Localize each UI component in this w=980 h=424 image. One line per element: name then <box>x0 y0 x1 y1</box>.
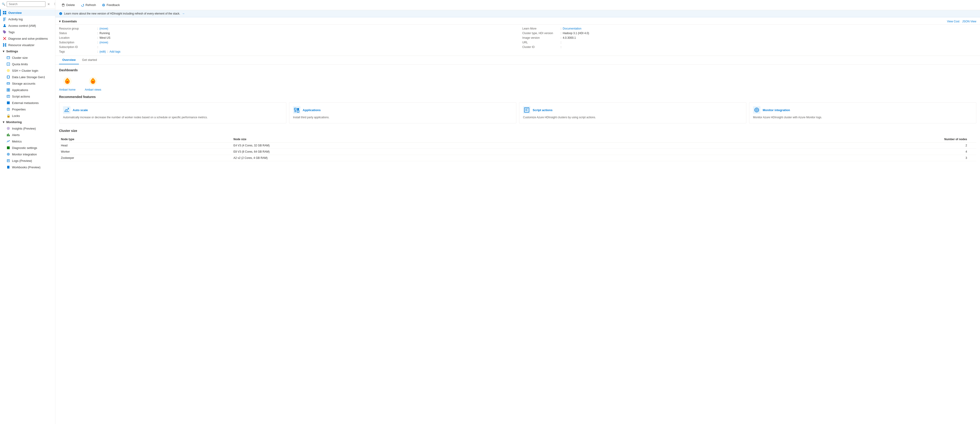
sidebar-item-ssh-cluster[interactable]: SSH + Cluster login <box>4 67 55 74</box>
svg-rect-2 <box>3 13 5 14</box>
rg-move-link[interactable]: (move) <box>99 27 108 30</box>
tags-edit-link[interactable]: (edit) <box>99 50 106 53</box>
sidebar-item-workbooks-preview-label: Workbooks (Preview) <box>12 165 40 169</box>
svg-rect-7 <box>3 21 5 21</box>
tags-add-link[interactable]: Add tags <box>110 50 121 53</box>
ambari-views-label[interactable]: Ambari views <box>85 88 101 91</box>
sidebar-item-access-control[interactable]: Access control (IAM) <box>0 22 55 29</box>
ambari-views-item[interactable]: Ambari views <box>85 76 101 91</box>
script-actions-feature-title[interactable]: Script actions <box>533 108 552 112</box>
essentials-title-text: Essentials <box>62 20 77 23</box>
recommended-grid: Auto scale Automatically increase or dec… <box>59 102 976 123</box>
search-clear-button[interactable]: ✕ <box>47 2 51 6</box>
subscription-move-link[interactable]: (move) <box>99 41 108 44</box>
script-actions-feature-icon <box>523 106 530 114</box>
sidebar-item-tags[interactable]: Tags <box>0 29 55 35</box>
sidebar-item-quota-limits-label: Quota limits <box>12 62 28 66</box>
auto-scale-desc: Automatically increase or decrease the n… <box>63 116 282 119</box>
sidebar-item-resource-visualizer[interactable]: Resource visualizer <box>0 42 55 48</box>
sidebar-item-diagnose[interactable]: Diagnose and solve problems <box>0 35 55 42</box>
cluster-row-zookeeper-nodes: 3 <box>635 155 976 161</box>
feature-card-applications: Applications Install third party applica… <box>289 102 516 123</box>
refresh-button[interactable]: Refresh <box>78 2 99 8</box>
ambari-home-item[interactable]: Ambari home <box>59 76 75 91</box>
sidebar-item-overview[interactable]: Overview <box>0 10 55 16</box>
alerts-icon <box>6 133 10 137</box>
svg-point-61 <box>92 81 94 83</box>
svg-rect-52 <box>62 5 64 6</box>
sidebar-item-properties[interactable]: Properties <box>4 106 55 113</box>
svg-point-23 <box>8 70 9 71</box>
sidebar-item-cluster-size[interactable]: Cluster size <box>4 54 55 61</box>
applications-feature-icon <box>293 106 301 114</box>
sidebar-collapse-button[interactable]: 《 <box>52 2 56 7</box>
cluster-row-zookeeper-type: Zookeeper <box>59 155 232 161</box>
essentials-row-tags: Tags : (edit) : Add tags <box>59 49 513 54</box>
info-icon: i <box>59 12 62 15</box>
quota-limits-icon <box>6 62 10 66</box>
cluster-size-icon <box>6 56 10 59</box>
sidebar-item-applications-label: Applications <box>12 88 28 92</box>
sidebar-item-quota-limits[interactable]: Quota limits <box>4 61 55 67</box>
sidebar-item-logs-preview[interactable]: Logs (Preview) <box>4 157 55 164</box>
sidebar-item-external-metastores-label: External metastores <box>12 101 39 105</box>
sidebar-item-external-metastores[interactable]: External metastores <box>4 100 55 106</box>
metrics-icon <box>6 140 10 143</box>
svg-rect-14 <box>5 45 6 46</box>
delete-button[interactable]: Delete <box>59 2 78 8</box>
sidebar-item-workbooks-preview[interactable]: Workbooks (Preview) <box>4 164 55 170</box>
auto-scale-title[interactable]: Auto scale <box>73 108 88 112</box>
sidebar-item-script-actions[interactable]: Script actions <box>4 93 55 100</box>
settings-section-header[interactable]: ▾ Settings <box>0 48 55 54</box>
sidebar-item-locks[interactable]: 🔒 Locks <box>4 113 55 119</box>
settings-sub-nav: Cluster size Quota limits SSH + Cluster … <box>0 54 55 119</box>
sidebar-item-metrics[interactable]: Metrics <box>4 138 55 145</box>
sidebar-item-metrics-label: Metrics <box>12 140 22 143</box>
tab-get-started[interactable]: Get started <box>79 56 100 64</box>
settings-section-label: Settings <box>6 49 18 53</box>
tab-overview[interactable]: Overview <box>59 56 79 64</box>
logs-preview-icon <box>6 159 10 162</box>
json-view-link[interactable]: JSON View <box>962 20 976 23</box>
svg-rect-4 <box>3 18 6 18</box>
tabs-bar: Overview Get started <box>56 56 980 65</box>
documentation-link[interactable]: Documentation <box>563 27 581 30</box>
sidebar-item-applications[interactable]: Applications <box>4 87 55 93</box>
storage-accounts-icon <box>6 82 10 85</box>
col-node-type: Node type <box>59 136 232 143</box>
info-bar-text: Learn more about the new version of HDIn… <box>64 12 180 15</box>
sidebar-item-data-lake[interactable]: Data Lake Storage Gen1 <box>4 74 55 80</box>
info-bar-link[interactable]: → <box>182 12 185 15</box>
cluster-row-worker-nodes: 4 <box>635 148 976 155</box>
svg-rect-41 <box>7 134 8 136</box>
monitoring-section-header[interactable]: ▾ Monitoring <box>0 119 55 125</box>
sidebar-item-cluster-size-label: Cluster size <box>12 56 28 59</box>
svg-rect-67 <box>294 110 296 112</box>
sidebar-item-data-lake-label: Data Lake Storage Gen1 <box>12 75 45 79</box>
feedback-button[interactable]: Feedback <box>99 2 122 8</box>
search-input[interactable] <box>7 2 45 7</box>
svg-rect-69 <box>523 106 530 114</box>
essentials-row-location: Location : West US <box>59 36 513 40</box>
sidebar-item-storage-accounts[interactable]: Storage accounts <box>4 80 55 87</box>
svg-rect-13 <box>5 43 6 44</box>
sidebar-item-activity-log[interactable]: Activity log <box>0 16 55 22</box>
monitor-integration-feature-title[interactable]: Monitor integration <box>763 108 790 112</box>
svg-rect-0 <box>3 11 5 13</box>
view-cost-link[interactable]: View Cost <box>947 20 959 23</box>
essentials-chevron: ▾ <box>59 20 60 23</box>
sidebar-item-alerts[interactable]: Alerts <box>4 132 55 138</box>
sidebar-item-insights[interactable]: Insights (Preview) <box>4 125 55 132</box>
sidebar-item-diagnostic-settings[interactable]: Diagnostic settings <box>4 145 55 151</box>
sidebar-nav: Overview Activity log Access control (IA… <box>0 8 55 424</box>
refresh-label: Refresh <box>86 3 96 7</box>
svg-rect-29 <box>8 89 10 90</box>
applications-feature-title[interactable]: Applications <box>303 108 321 112</box>
monitor-integration-feature-desc: Monitor Azure HDInsight cluster with Azu… <box>753 116 972 119</box>
sidebar-item-ssh-label: SSH + Cluster login <box>12 69 38 72</box>
col-node-size: Node size <box>232 136 635 143</box>
sidebar-item-monitor-integration[interactable]: Monitor integration <box>4 151 55 157</box>
essentials-value-learn-more: Documentation <box>563 27 581 30</box>
ambari-home-label[interactable]: Ambari home <box>59 88 75 91</box>
cluster-row-head-size: E4 V3 (4 Cores, 32 GB RAM) <box>232 142 635 148</box>
